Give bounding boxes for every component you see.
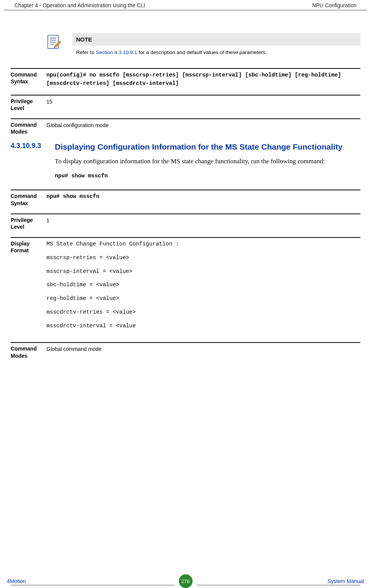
command-syntax-label: Command Syntax <box>11 71 46 85</box>
command-modes-value-2: Global command mode <box>46 345 360 353</box>
display-format-body: MS State Change Function Configuration :… <box>46 240 360 335</box>
footer-right: System Manual <box>328 578 364 584</box>
command-syntax-block: Command Syntax npu(config)# no msscfn [m… <box>11 68 360 88</box>
header-left: Chapter 4 - Operation and Administration… <box>14 2 145 8</box>
display-line: msscdrctv-retries = <value> <box>46 308 360 317</box>
footer-center: 278 <box>177 574 195 588</box>
display-line: msscrsp-retries = <value> <box>46 254 360 262</box>
display-line: msscdrctv-interval = <value <box>46 322 360 330</box>
privilege-level-label-2: Privilege Level <box>11 217 46 230</box>
section-title: Displaying Configuration Information for… <box>55 142 360 152</box>
privilege-level-block-2: Privilege Level 1 <box>11 214 360 230</box>
note-block: NOTE Refer to Section 4.3.10.9.1 for a d… <box>45 33 360 57</box>
command-modes-block: Command Modes Global configuration mode <box>11 118 360 135</box>
footer-rule-left <box>11 585 174 585</box>
command-syntax-block-2: Command Syntax npu# show msscfn <box>11 190 360 206</box>
page-content: NOTE Refer to Section 4.3.10.9.1 for a d… <box>0 10 371 359</box>
page-number: 278 <box>182 578 190 584</box>
section: 4.3.10.9.3 Displaying Configuration Info… <box>11 142 360 179</box>
display-format-block: Display Format MS State Change Function … <box>11 237 360 335</box>
section-number: 4.3.10.9.3 <box>11 142 55 150</box>
command-modes-label-2: Command Modes <box>11 345 46 359</box>
note-text: Refer to Section 4.3.10.9.1 for a descri… <box>72 46 360 57</box>
display-line: sbc-holdtime = <value> <box>46 281 360 289</box>
privilege-level-value-2: 1 <box>46 217 360 225</box>
section-command: npu# show msscfn <box>55 173 360 179</box>
note-text-pre: Refer to <box>76 49 96 55</box>
page-number-badge: 278 <box>179 574 193 588</box>
section-column: Displaying Configuration Information for… <box>55 142 360 179</box>
note-icon <box>45 34 63 52</box>
header-right: NPU Configuration <box>312 2 357 8</box>
footer-rule-right <box>197 585 360 585</box>
note-label: NOTE <box>72 33 360 46</box>
note-link[interactable]: Section 4.3.10.9.1 <box>96 49 137 55</box>
command-modes-label: Command Modes <box>11 121 46 135</box>
page-footer: 4Motion 278 System Manual <box>7 578 364 584</box>
command-syntax-label-2: Command Syntax <box>11 193 46 206</box>
note-body: NOTE Refer to Section 4.3.10.9.1 for a d… <box>72 33 360 57</box>
command-syntax-body-2: npu# show msscfn <box>46 193 360 201</box>
display-format-label: Display Format <box>11 240 46 254</box>
privilege-level-label: Privilege Level <box>11 98 46 112</box>
note-text-post: for a description and default values of … <box>137 49 267 55</box>
command-modes-block-2: Command Modes Global command mode <box>11 342 360 359</box>
section-paragraph: To display configuration information for… <box>55 156 360 167</box>
display-line: MS State Change Function Configuration : <box>46 240 360 249</box>
footer-left: 4Motion <box>7 578 26 584</box>
privilege-level-value: 15 <box>46 98 360 106</box>
command-modes-value: Global configuration mode <box>46 121 360 129</box>
display-line: reg-holdtime = <value> <box>46 295 360 303</box>
command-syntax-body: npu(config)# no msscfn [msscrsp-retries]… <box>46 71 360 88</box>
display-line: msscrsp-interval = <value> <box>46 268 360 276</box>
page-header: Chapter 4 - Operation and Administration… <box>4 0 367 10</box>
privilege-level-block: Privilege Level 15 <box>11 95 360 112</box>
